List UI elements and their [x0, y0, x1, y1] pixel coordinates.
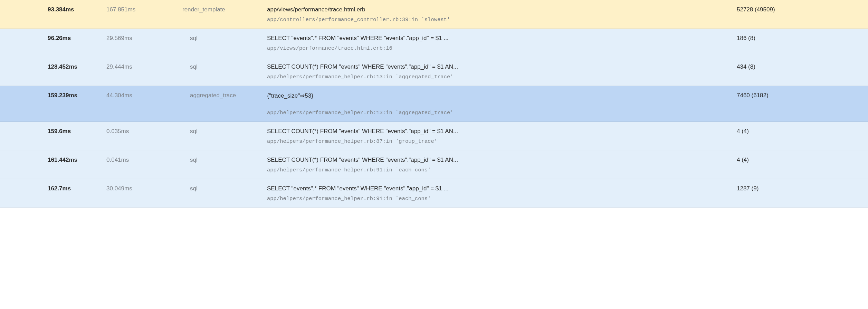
trace-row[interactable]: 159.239ms44.304msaggregated_trace{"trace…: [0, 86, 868, 122]
duration-cell: 29.569ms: [106, 35, 182, 42]
trace-row[interactable]: 161.442ms0.041mssqlSELECT COUNT(*) FROM …: [0, 150, 868, 179]
source-location: app/helpers/performance_helper.rb:91:in …: [267, 167, 730, 173]
trace-row[interactable]: 93.384ms167.851msrender_templateapp/view…: [0, 0, 868, 29]
count-cell: 1287 (9): [737, 185, 861, 192]
type-cell: sql: [182, 63, 267, 70]
count-cell: 186 (8): [737, 35, 861, 42]
description-cell: SELECT COUNT(*) FROM "events" WHERE "eve…: [267, 63, 737, 80]
count-cell: 434 (8): [737, 63, 861, 70]
type-cell: sql: [182, 128, 267, 135]
type-cell: aggregated_trace: [182, 92, 267, 99]
count-cell: 52728 (49509): [737, 6, 861, 13]
source-location: app/views/performance/trace.html.erb:16: [267, 45, 730, 51]
type-cell: render_template: [182, 6, 267, 13]
duration-cell: 167.851ms: [106, 6, 182, 13]
type-cell: sql: [182, 185, 267, 192]
duration-cell: 0.041ms: [106, 157, 182, 163]
description-cell: SELECT COUNT(*) FROM "events" WHERE "eve…: [267, 157, 737, 173]
description-cell: SELECT "events".* FROM "events" WHERE "e…: [267, 185, 737, 202]
duration-cell: 0.035ms: [106, 128, 182, 135]
source-location: app/controllers/performance_controller.r…: [267, 17, 730, 23]
source-location: app/helpers/performance_helper.rb:87:in …: [267, 138, 730, 144]
description-text: SELECT "events".* FROM "events" WHERE "e…: [267, 185, 730, 192]
source-location: app/helpers/performance_helper.rb:13:in …: [267, 110, 730, 116]
source-location: app/helpers/performance_helper.rb:13:in …: [267, 74, 730, 80]
description-cell: app/views/performance/trace.html.erbapp/…: [267, 6, 737, 23]
description-cell: SELECT COUNT(*) FROM "events" WHERE "eve…: [267, 128, 737, 144]
duration-cell: 44.304ms: [106, 92, 182, 99]
timestamp-cell: 161.442ms: [48, 157, 106, 163]
description-text: app/views/performance/trace.html.erb: [267, 6, 730, 13]
duration-cell: 30.049ms: [106, 185, 182, 192]
description-text: SELECT COUNT(*) FROM "events" WHERE "eve…: [267, 128, 730, 135]
count-cell: 4 (4): [737, 157, 861, 163]
source-location: app/helpers/performance_helper.rb:91:in …: [267, 196, 730, 202]
description-text: {"trace_size"⇒53}: [267, 92, 730, 99]
timestamp-cell: 159.6ms: [48, 128, 106, 135]
trace-row[interactable]: 96.26ms29.569mssqlSELECT "events".* FROM…: [0, 29, 868, 57]
timestamp-cell: 96.26ms: [48, 35, 106, 42]
description-cell: {"trace_size"⇒53}app/helpers/performance…: [267, 92, 737, 116]
count-cell: 4 (4): [737, 128, 861, 135]
description-text: SELECT "events".* FROM "events" WHERE "e…: [267, 35, 730, 42]
description-text: SELECT COUNT(*) FROM "events" WHERE "eve…: [267, 157, 730, 163]
description-cell: SELECT "events".* FROM "events" WHERE "e…: [267, 35, 737, 51]
description-text: SELECT COUNT(*) FROM "events" WHERE "eve…: [267, 63, 730, 70]
timestamp-cell: 162.7ms: [48, 185, 106, 192]
trace-row[interactable]: 162.7ms30.049mssqlSELECT "events".* FROM…: [0, 179, 868, 208]
type-cell: sql: [182, 157, 267, 163]
timestamp-cell: 128.452ms: [48, 63, 106, 70]
trace-row[interactable]: 128.452ms29.444mssqlSELECT COUNT(*) FROM…: [0, 57, 868, 86]
trace-table: 93.384ms167.851msrender_templateapp/view…: [0, 0, 868, 208]
timestamp-cell: 93.384ms: [48, 6, 106, 13]
trace-row[interactable]: 159.6ms0.035mssqlSELECT COUNT(*) FROM "e…: [0, 122, 868, 150]
duration-cell: 29.444ms: [106, 63, 182, 70]
count-cell: 7460 (6182): [737, 92, 861, 99]
type-cell: sql: [182, 35, 267, 42]
timestamp-cell: 159.239ms: [48, 92, 106, 99]
